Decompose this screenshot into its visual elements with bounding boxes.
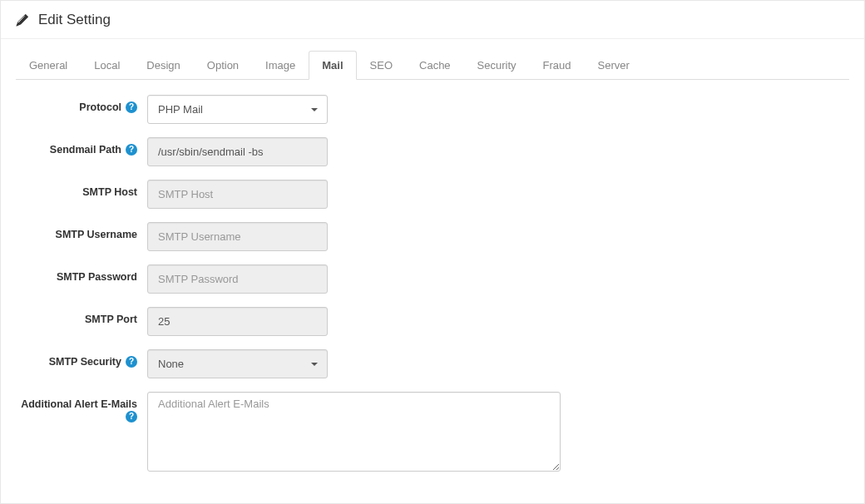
- smtp-security-select[interactable]: [147, 349, 328, 378]
- smtp-username-input[interactable]: [147, 222, 328, 251]
- row-smtp-password: SMTP Password: [16, 264, 849, 294]
- label-sendmail-path: Sendmail Path ?: [16, 137, 147, 156]
- label-smtp-port: SMTP Port: [16, 307, 147, 325]
- label-alert-emails: Additional Alert E-Mails ?: [16, 392, 147, 422]
- panel-heading: Edit Setting: [1, 1, 864, 39]
- label-smtp-security: SMTP Security ?: [16, 349, 147, 368]
- smtp-host-input[interactable]: [147, 180, 328, 209]
- tab-seo[interactable]: SEO: [357, 51, 406, 80]
- smtp-port-input[interactable]: [147, 307, 328, 336]
- row-smtp-security: SMTP Security ?: [16, 349, 849, 378]
- row-alert-emails: Additional Alert E-Mails ?: [16, 392, 849, 474]
- protocol-select-wrap: [147, 95, 328, 124]
- tab-mail[interactable]: Mail: [309, 51, 356, 80]
- tab-cache[interactable]: Cache: [406, 51, 464, 80]
- row-smtp-username: SMTP Username: [16, 222, 849, 251]
- settings-tabs: General Local Design Option Image Mail S…: [16, 51, 849, 80]
- label-protocol: Protocol ?: [16, 95, 147, 113]
- tab-image[interactable]: Image: [252, 51, 309, 80]
- protocol-select[interactable]: [147, 95, 328, 124]
- row-smtp-host: SMTP Host: [16, 180, 849, 209]
- tab-design[interactable]: Design: [133, 51, 193, 80]
- alert-emails-textarea[interactable]: [147, 392, 561, 472]
- help-icon[interactable]: ?: [126, 101, 137, 113]
- tab-security[interactable]: Security: [464, 51, 530, 80]
- settings-panel: Edit Setting General Local Design Option…: [0, 0, 865, 504]
- label-smtp-host: SMTP Host: [16, 180, 147, 198]
- tab-general[interactable]: General: [16, 51, 81, 80]
- mail-form: Protocol ? Sendmail Path ?: [16, 95, 849, 474]
- row-sendmail-path: Sendmail Path ?: [16, 137, 849, 166]
- smtp-security-select-wrap: [147, 349, 328, 378]
- panel-body: General Local Design Option Image Mail S…: [1, 39, 864, 499]
- label-smtp-username: SMTP Username: [16, 222, 147, 240]
- tab-option[interactable]: Option: [194, 51, 252, 80]
- panel-title: Edit Setting: [38, 12, 111, 28]
- help-icon[interactable]: ?: [126, 144, 137, 156]
- tab-fraud[interactable]: Fraud: [530, 51, 585, 80]
- tab-server[interactable]: Server: [585, 51, 643, 80]
- smtp-password-input[interactable]: [147, 264, 328, 294]
- help-icon[interactable]: ?: [126, 411, 137, 422]
- row-smtp-port: SMTP Port: [16, 307, 849, 336]
- sendmail-path-input[interactable]: [147, 137, 328, 166]
- row-protocol: Protocol ?: [16, 95, 849, 124]
- pencil-icon: [16, 14, 28, 27]
- tab-local[interactable]: Local: [81, 51, 133, 80]
- help-icon[interactable]: ?: [126, 356, 137, 368]
- label-smtp-password: SMTP Password: [16, 264, 147, 283]
